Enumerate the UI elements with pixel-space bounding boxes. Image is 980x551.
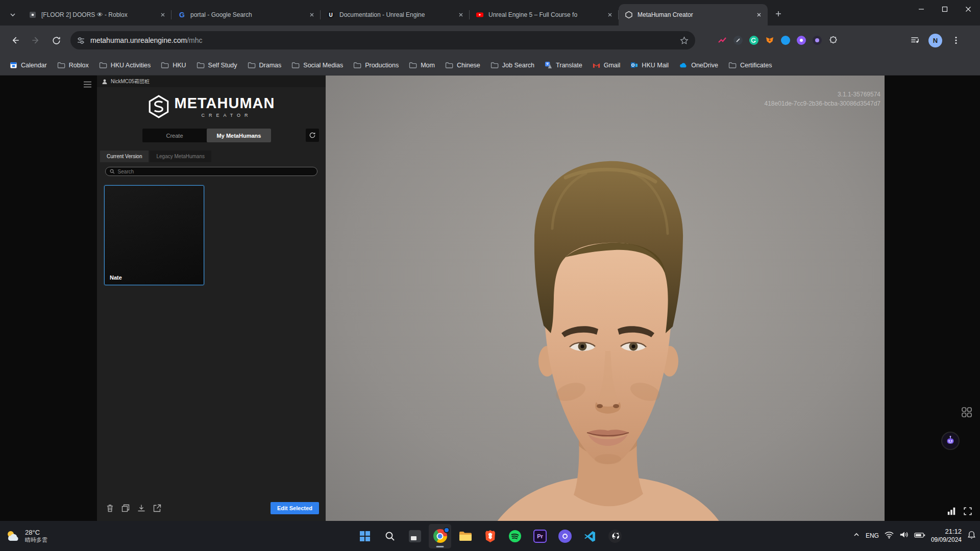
search-bar[interactable] [105, 167, 317, 176]
export-button[interactable] [153, 504, 162, 513]
taskbar-search-button[interactable] [379, 524, 401, 548]
media-controls-icon[interactable] [909, 35, 920, 46]
new-tab-button[interactable] [771, 6, 786, 21]
extensions-puzzle-icon[interactable] [827, 35, 839, 46]
bookmark-dramas[interactable]: Dramas [243, 59, 286, 71]
duplicate-button[interactable] [121, 504, 130, 513]
bookmark-job-search[interactable]: Job Search [486, 59, 539, 71]
viewport-3d[interactable]: 3.1.1-35769574 418e01de-7cc9-2b36-bcba-3… [326, 76, 885, 521]
extensions-row [717, 35, 839, 46]
folder-icon [291, 62, 300, 69]
app-window-icon[interactable] [404, 524, 426, 548]
wifi-icon[interactable] [885, 531, 894, 541]
reload-button[interactable] [47, 31, 65, 49]
github-icon[interactable] [604, 524, 626, 548]
folder-icon [458, 531, 472, 542]
account-row[interactable]: NickMC05霸団粧 [97, 76, 326, 87]
maximize-button[interactable] [933, 0, 957, 18]
unreal-favicon: U [327, 11, 335, 19]
bookmark-hku-activities[interactable]: HKU Activities [94, 59, 156, 71]
bookmark-gmail[interactable]: Gmail [588, 59, 625, 71]
tab-close-button[interactable] [605, 10, 615, 19]
apps-grid-icon[interactable] [961, 407, 972, 420]
extension-purple-icon[interactable] [796, 35, 807, 46]
file-explorer-icon[interactable] [454, 524, 476, 548]
metahuman-3d-preview[interactable] [326, 76, 885, 522]
bookmark-social-medias[interactable]: Social Medias [287, 59, 348, 71]
site-settings-icon[interactable] [77, 36, 85, 45]
outlook-icon [630, 61, 638, 69]
bookmark-certificates[interactable]: Certificates [724, 59, 777, 71]
notifications-bell-icon[interactable] [967, 531, 976, 541]
address-bar[interactable]: metahuman.unrealengine.com/mhc [70, 31, 695, 49]
metamask-extension-icon[interactable] [764, 35, 775, 46]
tab-roblox[interactable]: [FLOOR 2] DOORS 👁 - Roblox [22, 4, 172, 26]
tab-my-metahumans[interactable]: My MetaHumans [207, 129, 271, 142]
bookmark-chinese[interactable]: Chinese [440, 59, 485, 71]
menu-icon[interactable] [83, 81, 92, 90]
tab-close-button[interactable] [456, 10, 465, 19]
bookmark-calendar[interactable]: Calendar [5, 59, 52, 71]
folder-icon [248, 62, 256, 69]
clock[interactable]: 21:12 09/09/2024 [931, 528, 962, 544]
bookmark-star-icon[interactable] [679, 36, 689, 45]
extension-dark-icon[interactable] [812, 35, 823, 46]
bookmark-productions[interactable]: Productions [349, 59, 403, 71]
extension-blue-icon[interactable] [780, 35, 791, 46]
minimize-button[interactable] [910, 0, 933, 18]
shield-icon [484, 530, 496, 543]
notification-dot [444, 527, 450, 533]
fullscreen-icon[interactable] [963, 507, 972, 518]
bookmark-mom[interactable]: Mom [404, 59, 439, 71]
tab-close-button[interactable] [754, 10, 764, 19]
tab-current-version[interactable]: Current Version [100, 151, 149, 162]
back-button[interactable] [6, 31, 24, 49]
vscode-icon[interactable] [579, 524, 601, 548]
download-button[interactable] [137, 504, 146, 513]
premiere-pro-icon[interactable]: Pr [529, 524, 551, 548]
purple-app-icon[interactable] [554, 524, 576, 548]
close-button[interactable] [957, 0, 980, 18]
brave-icon[interactable] [479, 524, 501, 548]
spotify-icon[interactable] [504, 524, 526, 548]
weather-widget[interactable]: 28°C 晴時多雲 [5, 529, 47, 544]
bookmark-roblox[interactable]: Roblox [53, 59, 93, 71]
metahuman-grid: Nate [104, 185, 318, 497]
extension-chart-icon[interactable] [717, 35, 728, 46]
volume-icon[interactable] [899, 531, 909, 541]
battery-icon[interactable] [914, 531, 925, 540]
tab-search-button[interactable] [4, 6, 21, 23]
tab-legacy-metahumans[interactable]: Legacy MetaHumans [150, 151, 211, 162]
start-button[interactable] [354, 524, 376, 548]
tab-close-button[interactable] [158, 10, 167, 19]
extension-pen-icon[interactable] [732, 35, 744, 46]
search-input[interactable] [118, 169, 313, 174]
tab-title: portal - Google Search [190, 11, 304, 18]
edit-selected-button[interactable]: Edit Selected [271, 502, 319, 514]
tab-unreal-docs[interactable]: U Documentation - Unreal Engine [321, 4, 470, 26]
bookmark-hku-mail[interactable]: HKU Mail [626, 59, 673, 71]
grammarly-extension-icon[interactable] [748, 35, 760, 46]
delete-button[interactable] [105, 504, 114, 513]
taskbar-chrome-icon[interactable] [429, 524, 451, 548]
tab-create[interactable]: Create [142, 129, 207, 142]
bookmark-onedrive[interactable]: OneDrive [674, 59, 723, 71]
tray-chevron-up-icon[interactable] [853, 531, 860, 540]
refresh-button[interactable] [306, 129, 319, 142]
profile-avatar[interactable]: N [928, 34, 942, 47]
forward-button[interactable] [27, 31, 45, 49]
bookmark-translate[interactable]: Translate [540, 59, 587, 71]
build-version: 3.1.1-35769574 [764, 90, 880, 99]
browser-menu-button[interactable] [948, 36, 964, 45]
language-indicator[interactable]: ENG [866, 532, 879, 539]
assistant-avatar-icon[interactable] [942, 433, 959, 449]
right-panel-strip [885, 76, 980, 521]
bookmark-hku[interactable]: HKU [156, 59, 190, 71]
bookmark-self-study[interactable]: Self Study [192, 59, 242, 71]
tab-google-search[interactable]: G portal - Google Search [172, 4, 321, 26]
metahuman-card-nate[interactable]: Nate [104, 185, 204, 285]
tab-metahuman-creator[interactable]: MetaHuman Creator [619, 4, 768, 26]
tab-close-button[interactable] [307, 10, 316, 19]
stats-icon[interactable] [947, 507, 956, 518]
tab-youtube[interactable]: Unreal Engine 5 – Full Course fo [470, 4, 619, 26]
